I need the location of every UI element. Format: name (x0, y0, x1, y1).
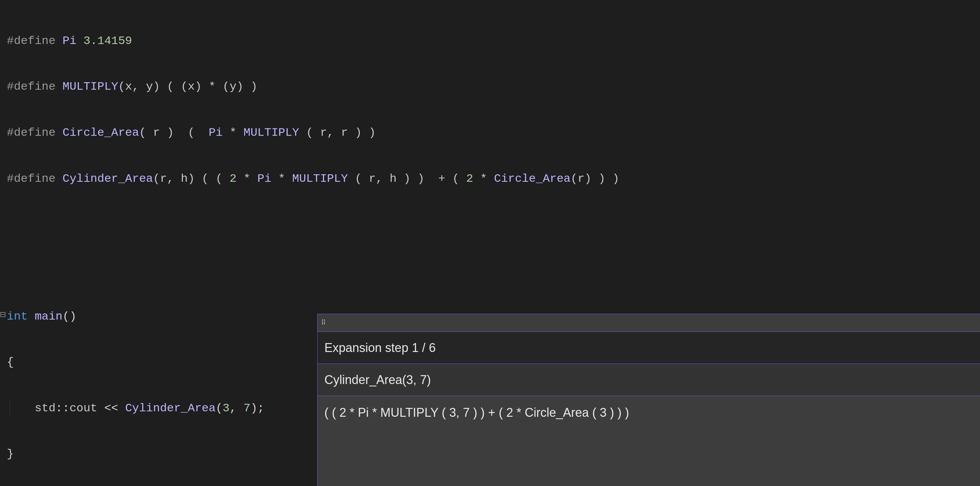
brace: } (7, 448, 14, 461)
macro-expanded-body: ( ( 2 * Pi * MULTIPLY ( 3, 7 ) ) + ( 2 *… (318, 396, 980, 486)
directive: #define (7, 35, 62, 48)
drag-handle-icon[interactable]: ⠿ (321, 319, 327, 327)
namespace: std (35, 402, 56, 415)
expansion-step-label: Expansion step 1 / 6 (325, 341, 436, 355)
code-line[interactable]: #define Cylinder_Area(r, h) ( ( 2 * Pi *… (0, 171, 980, 187)
code-line (0, 217, 980, 232)
macro-expansion-popup: ⠿ Expansion step 1 / 6 Cylinder_Area(3, … (317, 314, 980, 486)
macro-body: ( (174, 126, 209, 139)
function-name: main (35, 310, 63, 323)
macro-expanded-text: ( ( 2 * Pi * MULTIPLY ( 3, 7 ) ) + ( 2 *… (325, 405, 629, 419)
code-line[interactable]: #define Circle_Area( r ) ( Pi * MULTIPLY… (0, 125, 980, 140)
macro-source-row: Cylinder_Area(3, 7) (318, 364, 980, 396)
macro-params: ( r ) (139, 126, 174, 139)
collapse-icon[interactable]: ⊟ (0, 309, 6, 322)
brace: { (7, 356, 14, 368)
directive: #define (7, 172, 62, 185)
macro-ref: MULTIPLY (243, 126, 299, 139)
macro-name: Cylinder_Area (62, 172, 153, 185)
directive: #define (7, 126, 62, 139)
code-line (0, 263, 980, 278)
macro-name: MULTIPLY (62, 80, 118, 93)
keyword: int (7, 310, 28, 323)
macro-ref: Pi (209, 126, 223, 139)
structure-guide (10, 401, 10, 416)
popup-header: Expansion step 1 / 6 (318, 332, 980, 364)
macro-source-text: Cylinder_Area(3, 7) (325, 373, 431, 387)
code-line[interactable]: #define Pi 3.14159 (0, 33, 980, 49)
code-line[interactable]: #define MULTIPLY(x, y) ( (x) * (y) ) (0, 79, 980, 94)
macro-body: ( (x) * (y) ) (160, 80, 258, 93)
number-literal: 3.14159 (76, 35, 132, 48)
popup-titlebar[interactable]: ⠿ (318, 314, 980, 332)
identifier: cout (70, 402, 97, 415)
macro-params: (x, y) (118, 80, 160, 93)
directive: #define (7, 80, 62, 93)
macro-name: Circle_Area (62, 126, 139, 139)
macro-name: Pi (62, 35, 76, 48)
macro-ref: Cylinder_Area (125, 402, 216, 415)
macro-params: (r, h) (153, 172, 194, 185)
